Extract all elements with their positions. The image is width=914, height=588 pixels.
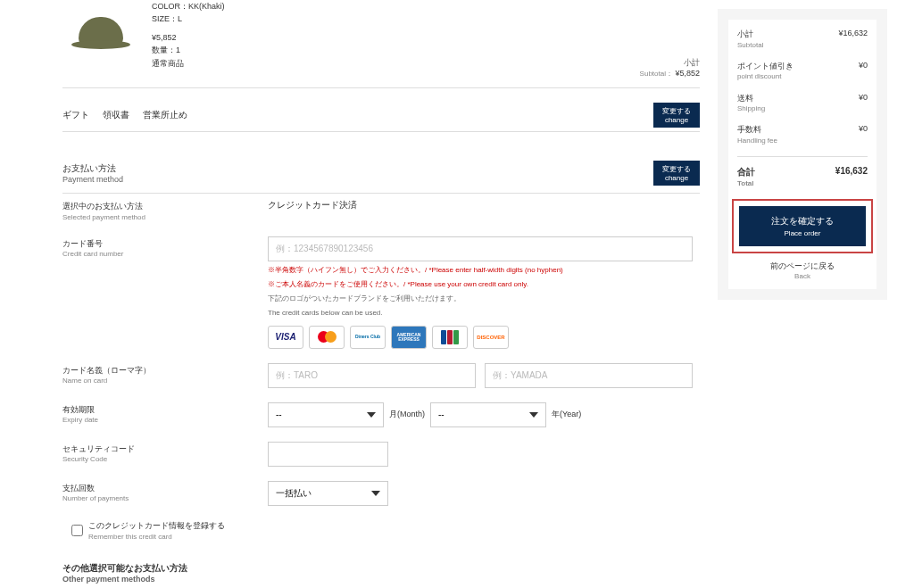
security-code-label: セキュリティコード Security Code <box>62 442 268 467</box>
amex-logo: AMERICAN EXPRESS <box>391 326 427 349</box>
remember-card-checkbox[interactable] <box>71 525 83 536</box>
summary-subtotal: ¥16,632 <box>838 29 868 50</box>
card-number-input[interactable] <box>268 236 693 261</box>
card-name-label: カード名義（ローマ字） Name on card <box>62 363 268 388</box>
order-summary: 小計Subtotal ¥16,632 ポイント値引きpoint discount… <box>718 9 887 300</box>
product-subtotal: 小計 Subtotal： ¥5,852 <box>640 57 700 79</box>
expiry-label: 有効期限 Expiry date <box>62 402 268 427</box>
remember-label-en: Remember this credit card <box>88 533 172 541</box>
discover-logo: DISCOVER <box>473 326 509 349</box>
expiry-year-select[interactable]: -- <box>430 402 546 427</box>
payment-count-label: 支払回数 Number of payments <box>62 481 268 506</box>
summary-fee: ¥0 <box>859 124 868 145</box>
card-note-1: ※半角数字（ハイフン無し）でご入力ください。/ *Please enter ha… <box>268 265 700 276</box>
hat-icon <box>79 17 123 46</box>
expiry-month-select[interactable]: -- <box>268 402 384 427</box>
year-label: 年(Year) <box>552 409 581 420</box>
summary-total: ¥16,632 <box>835 166 868 188</box>
card-note-2: ※ご本人名義のカードをご使用ください。/ *Please use your ow… <box>268 279 700 290</box>
gift-section: ギフト 領収書 営業所止め 変更する change <box>62 99 700 132</box>
mastercard-logo <box>309 326 345 349</box>
product-row: COLOR：KK(Khaki) SIZE：L ¥5,852 数量：1 通常商品 … <box>62 0 700 88</box>
product-price: ¥5,852 <box>152 31 700 44</box>
remember-label-jp: このクレジットカード情報を登録する <box>88 521 225 530</box>
product-size: SIZE：L <box>152 12 700 25</box>
payment-method-header: お支払い方法 Payment method 変更する change <box>62 153 700 194</box>
selected-method-label: 選択中のお支払い方法 Selected payment method <box>62 199 268 222</box>
visa-logo: VISA <box>268 326 303 349</box>
diners-logo: Diners Club <box>350 326 386 349</box>
payment-title-en: Payment method <box>62 175 123 184</box>
product-type: 通常商品 <box>152 57 700 70</box>
product-qty: 数量：1 <box>152 44 700 56</box>
first-name-input[interactable] <box>268 363 476 388</box>
product-info: COLOR：KK(Khaki) SIZE：L ¥5,852 数量：1 通常商品 <box>152 0 700 70</box>
place-order-button[interactable]: 注文を確定する Place order <box>739 206 866 246</box>
back-link[interactable]: 前のページに戻る Back <box>737 261 868 280</box>
product-color: COLOR：KK(Khaki) <box>152 0 700 12</box>
place-order-highlight: 注文を確定する Place order <box>732 199 873 253</box>
card-logos: VISA Diners Club AMERICAN EXPRESS DISCOV… <box>268 326 700 349</box>
selected-method-value: クレジットカード決済 <box>268 199 700 222</box>
receipt-label: 領収書 <box>103 110 129 120</box>
jcb-logo <box>432 326 468 349</box>
security-code-input[interactable] <box>268 442 388 467</box>
product-image <box>62 0 138 62</box>
gift-label: ギフト <box>62 110 89 120</box>
payment-count-select[interactable]: 一括払い <box>268 481 388 506</box>
other-payment-methods: その他選択可能なお支払い方法 Other payment methods Ama… <box>62 562 700 588</box>
office-hold-label: 営業所止め <box>143 110 187 120</box>
card-note-3en: The credit cards below can be used. <box>268 308 700 319</box>
payment-title-jp: お支払い方法 <box>62 162 123 175</box>
last-name-input[interactable] <box>485 363 693 388</box>
month-label: 月(Month) <box>389 409 425 420</box>
change-gift-button[interactable]: 変更する change <box>653 103 700 128</box>
summary-shipping: ¥0 <box>859 93 868 114</box>
card-note-3jp: 下記のロゴがついたカードブランドをご利用いただけます。 <box>268 294 700 304</box>
summary-point: ¥0 <box>859 61 868 82</box>
change-payment-button[interactable]: 変更する change <box>653 161 700 186</box>
card-number-label: カード番号 Credit card number <box>62 236 268 349</box>
